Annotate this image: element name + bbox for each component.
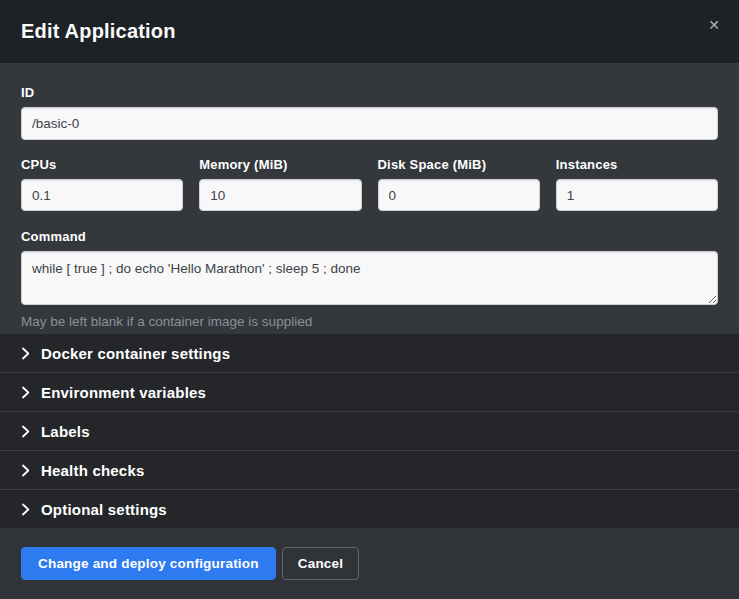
section-label: Labels xyxy=(41,423,90,440)
instances-input[interactable] xyxy=(556,179,718,211)
command-help-text: May be left blank if a container image i… xyxy=(21,314,718,329)
change-and-deploy-button[interactable]: Change and deploy configuration xyxy=(21,547,276,580)
cpus-input[interactable] xyxy=(21,179,183,211)
chevron-right-icon xyxy=(21,464,30,477)
section-label: Docker container settings xyxy=(41,345,230,362)
chevron-right-icon xyxy=(21,425,30,438)
command-field-group: Command while [ true ] ; do echo 'Hello … xyxy=(21,229,718,329)
edit-application-form: ID CPUs Memory (MiB) Disk Space (MiB) In… xyxy=(0,63,739,334)
cpus-label: CPUs xyxy=(21,157,183,172)
memory-label: Memory (MiB) xyxy=(199,157,361,172)
cancel-button[interactable]: Cancel xyxy=(282,547,359,580)
chevron-right-icon xyxy=(21,386,30,399)
instances-field-group: Instances xyxy=(556,157,718,211)
section-label: Optional settings xyxy=(41,501,167,518)
section-labels[interactable]: Labels xyxy=(0,411,739,450)
id-field-group: ID xyxy=(21,85,718,140)
collapsible-sections: Docker container settings Environment va… xyxy=(0,334,739,528)
instances-label: Instances xyxy=(556,157,718,172)
section-optional-settings[interactable]: Optional settings xyxy=(0,489,739,528)
memory-input[interactable] xyxy=(199,179,361,211)
edit-application-modal: Edit Application ✕ ID CPUs Memory (MiB) … xyxy=(0,0,739,599)
section-environment-variables[interactable]: Environment variables xyxy=(0,372,739,411)
section-health-checks[interactable]: Health checks xyxy=(0,450,739,489)
modal-header: Edit Application ✕ xyxy=(0,0,739,63)
chevron-right-icon xyxy=(21,503,30,516)
disk-space-label: Disk Space (MiB) xyxy=(378,157,540,172)
id-input[interactable] xyxy=(21,107,718,140)
cpus-field-group: CPUs xyxy=(21,157,183,211)
modal-footer: Change and deploy configuration Cancel xyxy=(0,528,739,599)
command-textarea[interactable]: while [ true ] ; do echo 'Hello Marathon… xyxy=(21,251,718,305)
memory-field-group: Memory (MiB) xyxy=(199,157,361,211)
disk-field-group: Disk Space (MiB) xyxy=(378,157,540,211)
disk-space-input[interactable] xyxy=(378,179,540,211)
close-icon[interactable]: ✕ xyxy=(703,14,725,36)
resources-row: CPUs Memory (MiB) Disk Space (MiB) Insta… xyxy=(21,157,718,211)
section-docker-container-settings[interactable]: Docker container settings xyxy=(0,334,739,372)
modal-title: Edit Application xyxy=(21,20,176,43)
id-label: ID xyxy=(21,85,718,100)
command-label: Command xyxy=(21,229,718,244)
chevron-right-icon xyxy=(21,347,30,360)
section-label: Health checks xyxy=(41,462,144,479)
section-label: Environment variables xyxy=(41,384,206,401)
